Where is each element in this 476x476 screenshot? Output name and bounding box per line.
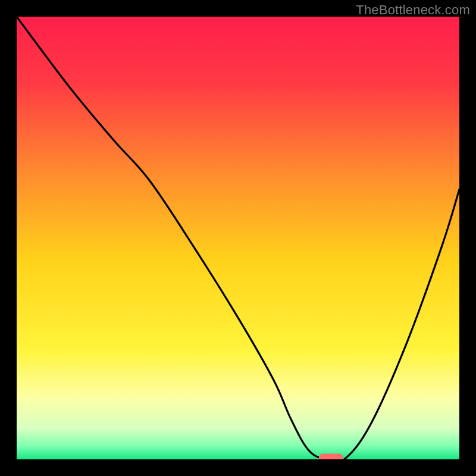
chart-frame: TheBottleneck.com bbox=[0, 0, 476, 476]
optimal-marker bbox=[319, 454, 343, 459]
chart-plot-area bbox=[17, 17, 459, 459]
chart-background bbox=[17, 17, 459, 459]
chart-svg bbox=[17, 17, 459, 459]
watermark-label: TheBottleneck.com bbox=[356, 2, 470, 18]
